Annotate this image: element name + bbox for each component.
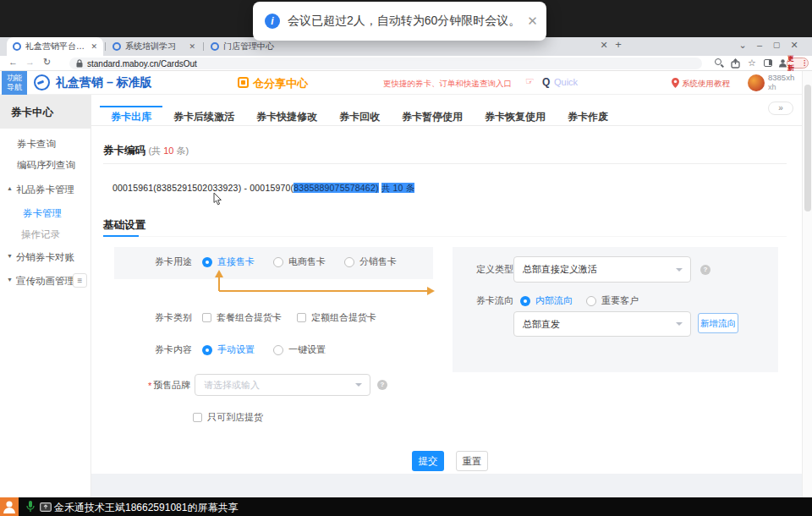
browser-update-button[interactable]: 更新 ⋮ <box>787 58 809 69</box>
card-category-row: 券卡类别 套餐组合提货卡 定额组合提货卡 <box>155 311 395 324</box>
nav-toggle-line2: 导航 <box>2 83 27 92</box>
presale-brand-select[interactable]: 请选择或输入 <box>195 374 370 396</box>
tab-close-icon[interactable]: ✕ <box>596 40 612 51</box>
side-panel-icon[interactable] <box>764 59 772 67</box>
browser-tab-2[interactable]: 系统培训学习 ✕ <box>107 37 201 56</box>
flow-row: 券卡流向 内部流向 重要客户 <box>476 294 657 307</box>
toast-message: 会议已超过2人，自动转为60分钟限时会议。 <box>288 14 520 29</box>
basic-settings-title: 基础设置 <box>103 218 145 233</box>
tutorial-link[interactable]: 系统使用教程 <box>682 79 730 90</box>
option-important-customer[interactable]: 重要客户 <box>601 294 639 307</box>
tab-close-icon[interactable]: ✕ <box>91 42 97 51</box>
chevron-down-icon <box>676 322 683 326</box>
sidebar-title-row: 券卡中心 <box>0 95 91 129</box>
define-type-select[interactable]: 总部直接定义激活 <box>513 256 691 283</box>
option-one-click-setup[interactable]: 一键设置 <box>288 343 326 356</box>
url-text: standard.maboy.cn/CardsOut <box>87 59 197 69</box>
submit-button[interactable]: 提交 <box>412 451 444 471</box>
info-icon: i <box>265 14 280 29</box>
menu-dots-icon[interactable]: ⋮ <box>801 59 808 67</box>
option-manual-setup[interactable]: 手动设置 <box>217 343 255 356</box>
microphone-icon[interactable] <box>26 501 35 513</box>
back-icon[interactable]: ← <box>8 57 18 67</box>
sidebar-item-card-management-active[interactable]: 券卡管理 <box>23 207 62 220</box>
tab-card-quick-edit[interactable]: 券卡快捷修改 <box>245 106 328 126</box>
radio-important-customer[interactable] <box>586 296 596 306</box>
section-divider <box>103 236 787 237</box>
scrollbar-thumb[interactable] <box>804 85 811 211</box>
quick-search-icon[interactable]: Q <box>542 76 550 88</box>
option-store-pickup-only[interactable]: 只可到店提货 <box>207 411 263 424</box>
help-icon[interactable]: ? <box>700 265 710 275</box>
screen: 礼盒营销平台管理中心 ✕ 系统培训学习 ✕ 门店管理中心 ✕ + ⌄ – ▢ ✕… <box>0 0 812 516</box>
expand-up-icon[interactable]: ▲ <box>7 185 13 191</box>
update-label: 更新 <box>787 54 800 73</box>
sidebar-item-gift-card-management[interactable]: 礼品券卡管理 <box>16 184 74 196</box>
option-fixed-combo-card[interactable]: 定额组合提货卡 <box>311 311 376 324</box>
page-tabs: 券卡出库 券卡后续激活 券卡快捷修改 券卡回收 券卡暂停使用 券卡恢复使用 券卡… <box>100 106 619 126</box>
new-tab-button[interactable]: + <box>611 38 626 51</box>
presale-brand-row: * 预售品牌 <box>148 379 200 392</box>
chevron-down-icon <box>355 383 362 387</box>
function-nav-toggle[interactable]: 功能 导航 <box>2 71 27 95</box>
tab-card-void[interactable]: 券卡作废 <box>557 106 619 126</box>
code-count-selected: 共 10 条 <box>381 183 415 193</box>
flow-select[interactable]: 总部直发 <box>513 311 691 337</box>
option-internal-flow[interactable]: 内部流向 <box>535 294 573 307</box>
sidebar-drawer-handle[interactable]: ≡ <box>73 273 87 288</box>
window-close-icon[interactable]: ✕ <box>787 40 802 51</box>
tab-card-recycle[interactable]: 券卡回收 <box>328 106 391 126</box>
tab-close-icon[interactable]: ✕ <box>189 42 195 51</box>
sidebar-item-code-sequence-query[interactable]: 编码序列查询 <box>17 159 75 172</box>
address-bar[interactable]: standard.maboy.cn/CardsOut <box>69 58 702 69</box>
section-divider <box>103 163 787 164</box>
collapse-panel-button[interactable]: » <box>768 102 793 115</box>
radio-one-click-setup[interactable] <box>273 345 283 355</box>
browser-tab-1[interactable]: 礼盒营销平台管理中心 ✕ <box>7 37 103 56</box>
sidebar-item-promo-animation[interactable]: 宣传动画管理 <box>16 275 74 288</box>
window-menu-icon[interactable]: ⌄ <box>735 40 750 51</box>
sidebar-item-distribution-reconciliation[interactable]: 分销券卡对账 <box>16 251 74 264</box>
flow-label: 券卡流向 <box>476 294 513 307</box>
sidebar-item-operation-log[interactable]: 操作记录 <box>21 228 60 241</box>
scrollbar-track[interactable] <box>802 71 812 497</box>
pointer-hand-icon: ☞ <box>525 75 535 87</box>
annotation-arrow <box>210 264 447 302</box>
checkbox-package-combo-card[interactable] <box>202 313 211 322</box>
expand-down-icon[interactable]: ▼ <box>7 277 13 283</box>
flow-value: 总部直发 <box>523 318 560 331</box>
quick-link[interactable]: Quick <box>554 77 578 87</box>
tab-card-resume[interactable]: 券卡恢复使用 <box>474 106 557 126</box>
tab-card-later-activation[interactable]: 券卡后续激活 <box>162 106 245 126</box>
maximize-icon[interactable]: ▢ <box>769 41 784 49</box>
tab-card-suspend[interactable]: 券卡暂停使用 <box>391 106 474 126</box>
app-title: 礼盒营销 – 标准版 <box>56 75 152 91</box>
checkbox-store-pickup-only[interactable] <box>193 413 202 422</box>
presale-brand-label: 预售品牌 <box>153 379 190 392</box>
user-avatar[interactable] <box>748 74 765 91</box>
zoom-icon[interactable] <box>715 58 721 65</box>
toast-close-icon[interactable]: ✕ <box>527 14 538 29</box>
tab-card-outbound[interactable]: 券卡出库 <box>100 106 162 126</box>
radio-internal-flow-selected[interactable] <box>520 296 530 306</box>
option-package-combo-card[interactable]: 套餐组合提货卡 <box>217 311 282 324</box>
help-icon[interactable]: ? <box>377 380 387 390</box>
required-asterisk: * <box>148 381 151 391</box>
card-content-label: 券卡内容 <box>155 343 192 356</box>
forward-icon[interactable]: → <box>25 57 35 67</box>
sidebar-item-card-query[interactable]: 券卡查询 <box>17 138 56 151</box>
minimize-icon[interactable]: – <box>752 40 767 50</box>
bookmark-star-icon[interactable]: ☆ <box>748 58 756 69</box>
reload-icon[interactable]: ↻ <box>43 57 51 68</box>
reset-button[interactable]: 重置 <box>456 451 488 471</box>
expand-down-icon[interactable]: ▼ <box>7 253 13 259</box>
define-type-label: 定义类型 <box>476 263 513 276</box>
radio-manual-setup-selected[interactable] <box>202 345 212 355</box>
share-center-link[interactable]: 仓分享中心 <box>253 76 308 91</box>
checkbox-fixed-combo-card[interactable] <box>297 313 306 322</box>
card-category-label: 券卡类别 <box>155 311 192 324</box>
store-pickup-row: 只可到店提货 <box>193 411 282 424</box>
add-flow-button[interactable]: 新增流向 <box>698 313 738 333</box>
user-sub-id: xh <box>768 83 776 91</box>
share-icon[interactable] <box>731 58 740 69</box>
